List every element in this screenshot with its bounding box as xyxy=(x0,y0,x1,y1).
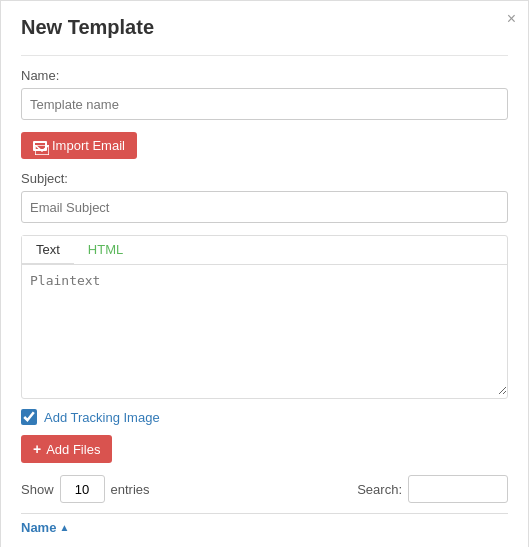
plus-icon: + xyxy=(33,441,41,457)
tracking-checkbox[interactable] xyxy=(21,409,37,425)
title-divider xyxy=(21,55,508,56)
show-entries-group: Show entries xyxy=(21,475,150,503)
name-input[interactable] xyxy=(21,88,508,120)
tracking-row: Add Tracking Image xyxy=(21,409,508,425)
search-label: Search: xyxy=(357,482,402,497)
tracking-label[interactable]: Add Tracking Image xyxy=(44,410,160,425)
add-files-button[interactable]: + Add Files xyxy=(21,435,112,463)
close-button[interactable]: × xyxy=(507,11,516,27)
subject-field-group: Subject: xyxy=(21,171,508,223)
table-header: Name ▲ xyxy=(21,513,508,541)
plaintext-textarea[interactable] xyxy=(22,265,507,395)
subject-label: Subject: xyxy=(21,171,508,186)
entries-input[interactable] xyxy=(60,475,105,503)
search-input[interactable] xyxy=(408,475,508,503)
sort-asc-icon: ▲ xyxy=(59,522,69,533)
name-column-label: Name xyxy=(21,520,56,535)
tab-html[interactable]: HTML xyxy=(74,236,137,265)
table-controls: Show entries Search: xyxy=(21,475,508,503)
tabs-header: Text HTML xyxy=(22,236,507,265)
name-field-group: Name: xyxy=(21,68,508,120)
name-label: Name: xyxy=(21,68,508,83)
page-title: New Template xyxy=(21,16,508,39)
text-html-tabs: Text HTML xyxy=(21,235,508,399)
add-files-label: Add Files xyxy=(46,442,100,457)
name-column-header[interactable]: Name ▲ xyxy=(21,520,69,535)
show-label: Show xyxy=(21,482,54,497)
tab-text[interactable]: Text xyxy=(22,236,74,265)
entries-label: entries xyxy=(111,482,150,497)
import-email-button[interactable]: Import Email xyxy=(21,132,137,159)
search-group: Search: xyxy=(357,475,508,503)
subject-input[interactable] xyxy=(21,191,508,223)
new-template-modal: × New Template Name: Import Email Subjec… xyxy=(0,0,529,547)
tab-content-text xyxy=(22,265,507,398)
import-email-label: Import Email xyxy=(52,138,125,153)
envelope-icon xyxy=(33,141,47,151)
